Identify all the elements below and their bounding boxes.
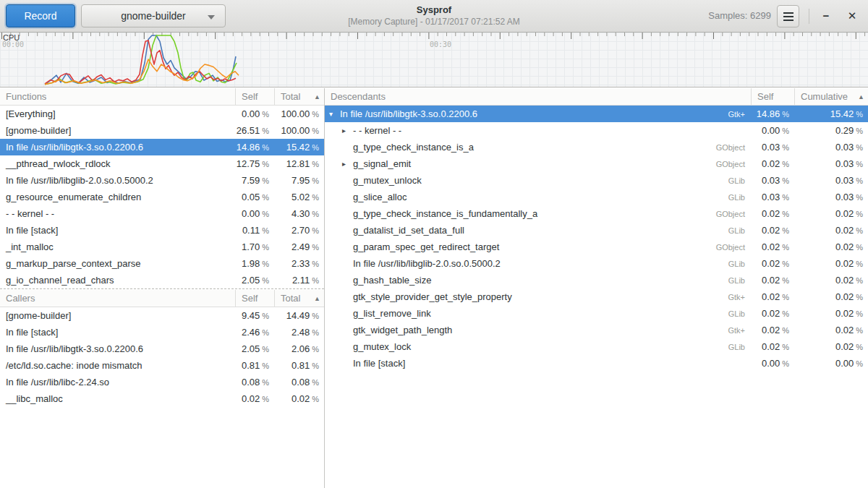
percent-value: 0.03 <box>762 142 780 153</box>
table-row[interactable]: gtk_widget_path_lengthGtk+0.02%0.02% <box>325 322 868 338</box>
column-header-callers[interactable]: Callers <box>0 290 235 307</box>
cell-function-name: gtk_style_provider_get_style_propertyGtk… <box>325 291 751 302</box>
cpu-graph[interactable]: CPU 00:00 00:30 <box>0 33 868 87</box>
target-dropdown[interactable]: gnome-builder <box>81 4 226 27</box>
sort-ascending-icon: ▲ <box>858 88 864 106</box>
table-row[interactable]: g_mutex_lockGLib0.02%0.02% <box>325 338 868 355</box>
cell-percent: 4.30% <box>274 208 324 219</box>
cell-percent: 1.70% <box>235 241 274 252</box>
table-row[interactable]: g_slice_allocGLib0.03%0.03% <box>325 189 868 205</box>
descendants-table-header: Descendants Self Cumulative ▲ <box>325 88 868 106</box>
library-tag: Gtk+ <box>728 110 751 119</box>
table-row[interactable]: __libc_malloc0.02%0.02% <box>0 390 324 407</box>
expander-expanded-icon[interactable]: ▾ <box>329 110 340 118</box>
percent-unit: % <box>262 127 269 135</box>
table-row[interactable]: - - kernel - -0.00%4.30% <box>0 205 324 222</box>
library-tag: GObject <box>716 143 751 152</box>
cell-percent: 0.02% <box>794 275 868 286</box>
column-header-descendants[interactable]: Descendants <box>325 88 751 105</box>
table-row[interactable]: g_resource_enumerate_children0.05%5.02% <box>0 189 324 205</box>
table-row[interactable]: ▾In file /usr/lib/libgtk-3.so.0.2200.6Gt… <box>325 106 868 122</box>
percent-unit: % <box>312 361 319 370</box>
cell-percent: 0.02% <box>794 225 868 236</box>
cell-percent: 0.03% <box>794 158 868 169</box>
table-row[interactable]: gtk_style_provider_get_style_propertyGtk… <box>325 288 868 305</box>
table-row[interactable]: g_type_check_instance_is_aGObject0.03%0.… <box>325 139 868 155</box>
table-row[interactable]: __pthread_rwlock_rdlock12.75%12.81% <box>0 155 324 172</box>
percent-value: 2.48 <box>292 327 310 338</box>
library-tag: GObject <box>716 243 751 252</box>
table-row[interactable]: g_markup_parse_context_parse1.98%2.33% <box>0 255 324 272</box>
percent-value: 0.81 <box>292 360 310 371</box>
percent-unit: % <box>312 243 319 252</box>
table-row[interactable]: In file /usr/lib/libgtk-3.so.0.2200.614.… <box>0 139 324 155</box>
cell-function-name: In file /usr/lib/libglib-2.0.so.0.5000.2 <box>0 175 235 186</box>
column-header-total[interactable]: Total ▲ <box>274 88 324 105</box>
table-row[interactable]: In file /usr/lib/libgtk-3.so.0.2200.62.0… <box>0 341 324 357</box>
column-header-total[interactable]: Total ▲ <box>274 290 324 307</box>
table-row[interactable]: In file [stack]2.46%2.48% <box>0 324 324 341</box>
percent-unit: % <box>262 160 269 168</box>
table-row[interactable]: g_hash_table_sizeGLib0.02%0.02% <box>325 272 868 288</box>
percent-unit: % <box>782 243 789 252</box>
percent-value: 2.49 <box>292 241 310 252</box>
table-row[interactable]: /etc/ld.so.cache: inode mismatch0.81%0.8… <box>0 357 324 374</box>
percent-value: 9.45 <box>242 310 260 321</box>
table-row[interactable]: ▸- - kernel - -0.00%0.29% <box>325 122 868 139</box>
minimize-button[interactable]: − <box>816 6 836 26</box>
record-button[interactable]: Record <box>6 4 75 27</box>
table-row[interactable]: In file /usr/lib/libglib-2.0.so.0.5000.2… <box>0 172 324 189</box>
column-header-self[interactable]: Self <box>751 88 794 105</box>
column-header-self[interactable]: Self <box>235 290 274 307</box>
percent-value: 0.02 <box>835 291 854 302</box>
cell-percent: 2.06% <box>274 343 324 354</box>
expander-collapsed-icon[interactable]: ▸ <box>342 127 353 134</box>
table-row[interactable]: g_datalist_id_set_data_fullGLib0.02%0.02… <box>325 222 868 239</box>
function-name-label: g_type_check_instance_is_fundamentally_a <box>353 208 537 219</box>
function-name-label: g_signal_emit <box>353 158 411 169</box>
table-row[interactable]: g_type_check_instance_is_fundamentally_a… <box>325 205 868 222</box>
table-row[interactable]: In file /usr/lib/libc-2.24.so0.08%0.08% <box>0 374 324 390</box>
cell-percent: 14.86% <box>235 142 274 153</box>
cell-percent: 2.33% <box>274 258 324 269</box>
table-row[interactable]: g_list_remove_linkGLib0.02%0.02% <box>325 305 868 322</box>
table-row[interactable]: [gnome-builder]9.45%14.49% <box>0 307 324 324</box>
column-header-functions[interactable]: Functions <box>0 88 235 105</box>
table-row[interactable]: [Everything]0.00%100.00% <box>0 106 324 122</box>
function-name-label: gtk_widget_path_length <box>353 325 452 335</box>
table-row[interactable]: g_mutex_unlockGLib0.03%0.03% <box>325 172 868 189</box>
percent-unit: % <box>312 276 319 285</box>
cell-percent: 0.02% <box>794 241 868 252</box>
percent-value: 0.03 <box>762 192 780 202</box>
table-row[interactable]: _int_malloc1.70%2.49% <box>0 239 324 255</box>
cell-percent: 0.02% <box>751 308 794 319</box>
table-row[interactable]: In file /usr/lib/libglib-2.0.so.0.5000.2… <box>325 255 868 272</box>
table-row[interactable]: In file [stack]0.11%2.70% <box>0 222 324 239</box>
cell-function-name: In file /usr/lib/libglib-2.0.so.0.5000.2… <box>325 258 751 269</box>
column-header-self[interactable]: Self <box>235 88 274 105</box>
table-row[interactable]: In file [stack]0.00%0.00% <box>325 355 868 372</box>
table-row[interactable]: g_param_spec_get_redirect_targetGObject0… <box>325 239 868 255</box>
cell-percent: 2.05% <box>235 343 274 354</box>
percent-unit: % <box>782 110 789 119</box>
cell-percent: 15.42% <box>274 142 324 153</box>
close-button[interactable]: ✕ <box>842 6 862 26</box>
percent-unit: % <box>262 243 269 252</box>
library-tag: GLib <box>728 193 751 202</box>
column-header-cumulative[interactable]: Cumulative ▲ <box>794 88 868 105</box>
target-dropdown-label: gnome-builder <box>121 5 186 27</box>
table-row[interactable]: g_io_channel_read_chars2.05%2.11% <box>0 272 324 288</box>
cell-percent: 2.11% <box>274 275 324 286</box>
percent-value: 4.30 <box>292 208 310 219</box>
table-row[interactable]: ▸g_signal_emitGObject0.02%0.03% <box>325 155 868 172</box>
headerbar-separator <box>809 9 809 24</box>
menu-button[interactable] <box>777 5 799 27</box>
percent-unit: % <box>856 226 863 235</box>
table-row[interactable]: [gnome-builder]26.51%100.00% <box>0 122 324 139</box>
callers-table-body: [gnome-builder]9.45%14.49%In file [stack… <box>0 307 324 407</box>
expander-collapsed-icon[interactable]: ▸ <box>342 160 353 168</box>
percent-unit: % <box>782 260 789 268</box>
chevron-down-icon <box>208 15 215 20</box>
percent-unit: % <box>856 326 863 335</box>
percent-value: 0.02 <box>835 275 854 286</box>
